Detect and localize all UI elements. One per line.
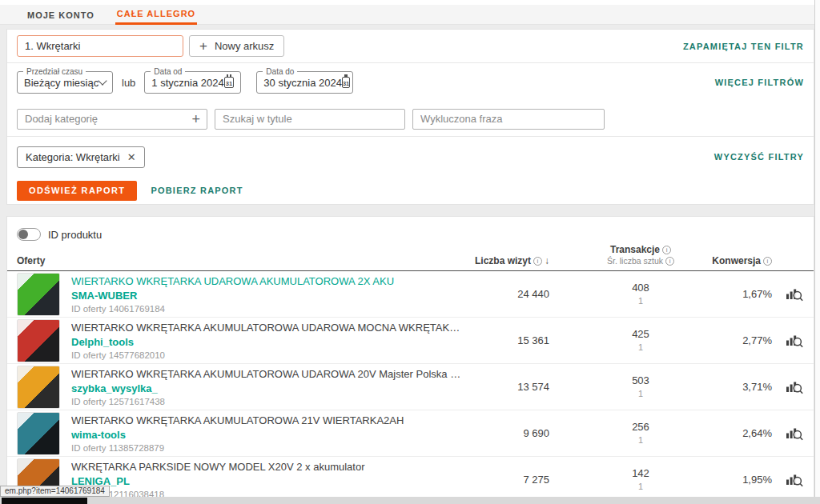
table-row: WIERTARKO WKRĘTARKA AKUMULATOROWA UDAROW… xyxy=(7,318,814,364)
calendar-icon[interactable]: 31 xyxy=(224,77,235,88)
add-category-plus-icon[interactable]: + xyxy=(191,111,200,128)
seller-link[interactable]: wima-tools xyxy=(71,429,404,441)
date-to-label: Data do xyxy=(263,67,297,76)
column-header-transactions: Transakcje Śr. liczba sztuk xyxy=(597,244,684,266)
date-to-field[interactable]: Data do 30 stycznia 2024 31 xyxy=(256,71,353,94)
visits-value: 7 275 xyxy=(461,474,549,486)
sheet-row: + Nowy arkusz ZAPAMIĘTAJ TEN FILTR xyxy=(7,30,814,63)
transactions-value: 503 xyxy=(597,374,684,388)
stats-magnifier-icon[interactable] xyxy=(772,286,804,302)
new-sheet-button[interactable]: + Nowy arkusz xyxy=(189,35,284,57)
or-label: lub xyxy=(122,77,135,89)
refresh-report-button[interactable]: ODŚWIEŻ RAPORT xyxy=(17,181,137,201)
excluded-phrase-input[interactable] xyxy=(412,109,605,130)
offer-title[interactable]: WIERTARKO WKRĘTARKA AKUMULATOROWA UDAROW… xyxy=(71,368,461,380)
tab-list: MOJE KONTO CAŁE ALLEGRO xyxy=(26,5,197,25)
offer-id: ID oferty 14061769184 xyxy=(71,304,394,314)
column-header-avg-units: Śr. liczba sztuk xyxy=(597,256,684,266)
offer-id: ID oferty 11385728879 xyxy=(71,443,404,453)
offer-id: ID oferty 14577682010 xyxy=(71,350,461,360)
time-range-select[interactable]: Przedział czasu Bieżący miesiąc xyxy=(17,71,113,94)
offers-table-body: WIERTARKO WKRĘTARKA UDAROWA AKUMULATOROW… xyxy=(7,271,814,503)
product-id-toggle-label: ID produktu xyxy=(48,229,102,241)
stats-magnifier-icon[interactable] xyxy=(772,425,804,442)
seller-link[interactable]: szybka_wysylka_ xyxy=(71,382,461,394)
offer-title[interactable]: WKRĘTARKA PARKSIDE NOWY MODEL X20V 2 x a… xyxy=(71,461,365,473)
date-to-value: 30 stycznia 2024 xyxy=(263,77,342,89)
save-filter-link[interactable]: ZAPAMIĘTAJ TEN FILTR xyxy=(683,42,804,51)
more-filters-link[interactable]: WIĘCEJ FILTRÓW xyxy=(715,78,804,87)
sort-descending-icon[interactable]: ↓ xyxy=(545,255,549,266)
column-header-offers: Oferty xyxy=(17,255,461,266)
info-icon[interactable] xyxy=(763,257,772,266)
table-header: Oferty Liczba wizyt↓ Transakcje Śr. licz… xyxy=(7,244,814,271)
product-id-toggle-row: ID produktu xyxy=(7,217,814,244)
offer-cell: WIERTARKO WKRĘTARKA UDAROWA AKUMULATOROW… xyxy=(17,273,461,316)
visits-value: 15 361 xyxy=(461,334,549,346)
seller-link[interactable]: LENIGA_PL xyxy=(71,475,365,487)
info-icon[interactable] xyxy=(662,246,671,254)
conversion-value: 1,67% xyxy=(684,288,772,300)
close-icon[interactable]: ✕ xyxy=(127,151,136,163)
seller-link[interactable]: Delphi_tools xyxy=(71,336,461,348)
avg-units-value: 1 xyxy=(597,295,684,307)
date-from-field[interactable]: Data od 1 stycznia 2024 31 xyxy=(144,71,241,94)
scrollbar-gutter[interactable] xyxy=(814,0,820,504)
info-icon[interactable] xyxy=(665,257,674,266)
category-input[interactable] xyxy=(17,109,207,130)
avg-units-value: 1 xyxy=(597,342,684,354)
page: MOJE KONTO CAŁE ALLEGRO + Nowy arkusz ZA… xyxy=(0,0,820,504)
transactions-value: 408 xyxy=(597,281,684,295)
product-id-toggle[interactable] xyxy=(17,228,41,241)
calendar-icon[interactable]: 31 xyxy=(342,77,350,88)
chip-label: Kategoria: Wkrętarki xyxy=(26,151,120,163)
offer-title[interactable]: WIERTARKO WKRĘTARKA AKUMULATOROWA UDAROW… xyxy=(71,322,461,334)
clear-filters-link[interactable]: WYCZYŚĆ FILTRY xyxy=(714,152,804,162)
avg-units-value: 1 xyxy=(597,481,684,493)
time-range-value: Bieżący miesiąc xyxy=(24,77,98,89)
toggle-knob xyxy=(18,230,28,239)
tab-moje-konto[interactable]: MOJE KONTO xyxy=(26,5,96,25)
transactions-value: 256 xyxy=(597,420,684,434)
category-filter-chip[interactable]: Kategoria: Wkrętarki ✕ xyxy=(17,146,145,168)
stats-magnifier-icon[interactable] xyxy=(772,378,804,395)
download-report-link[interactable]: POBIERZ RAPORT xyxy=(151,186,243,195)
offer-cell: WIERTARKO WKRĘTARKA AKUMULATOROWA UDAROW… xyxy=(17,319,461,362)
tab-cale-allegro[interactable]: CAŁE ALLEGRO xyxy=(115,5,197,25)
transactions-cell: 142 1 xyxy=(597,466,684,492)
table-row: WIERTARKO WKRĘTARKA AKUMULATOROWA 21V WI… xyxy=(7,410,814,457)
seller-link[interactable]: SMA-WUBER xyxy=(71,290,394,302)
plus-icon: + xyxy=(199,39,207,53)
product-image[interactable] xyxy=(17,366,60,409)
date-from-label: Data od xyxy=(151,67,185,76)
transactions-cell: 256 1 xyxy=(597,420,684,446)
time-range-label: Przedział czasu xyxy=(23,67,86,76)
offer-id: ID oferty 12571617438 xyxy=(71,397,461,406)
bottom-strip xyxy=(0,497,820,504)
product-image[interactable] xyxy=(17,273,60,316)
new-sheet-label: Nowy arkusz xyxy=(215,40,274,52)
bottom-black-bar xyxy=(2,498,87,504)
actions-row: ODŚWIEŻ RAPORT POBIERZ RAPORT xyxy=(7,172,814,209)
visits-value: 9 690 xyxy=(461,427,549,439)
conversion-value: 1,95% xyxy=(684,474,772,486)
visits-value: 24 440 xyxy=(461,288,549,300)
product-image[interactable] xyxy=(17,319,60,362)
active-filters-row: Kategoria: Wkrętarki ✕ WYCZYŚĆ FILTRY xyxy=(7,137,814,172)
info-icon[interactable] xyxy=(533,257,542,266)
column-header-visits[interactable]: Liczba wizyt↓ xyxy=(461,255,549,266)
stats-magnifier-icon[interactable] xyxy=(772,471,804,488)
date-filter-row: Przedział czasu Bieżący miesiąc lub Data… xyxy=(7,63,814,102)
offer-title[interactable]: WIERTARKO WKRĘTARKA UDAROWA AKUMULATOROW… xyxy=(71,275,394,287)
title-search-input[interactable] xyxy=(215,109,405,130)
stats-magnifier-icon[interactable] xyxy=(772,332,804,349)
table-row: WIERTARKO WKRĘTARKA AKUMULATOROWA UDAROW… xyxy=(7,364,814,410)
offer-title[interactable]: WIERTARKO WKRĘTARKA AKUMULATOROWA 21V WI… xyxy=(71,414,404,426)
product-image[interactable] xyxy=(17,412,60,455)
conversion-value: 3,71% xyxy=(684,381,772,393)
date-from-value: 1 stycznia 2024 xyxy=(151,77,223,89)
report-card: ID produktu Oferty Liczba wizyt↓ Transak… xyxy=(6,216,814,504)
column-header-conversion: Konwersja xyxy=(684,255,772,266)
sheet-name-input[interactable] xyxy=(17,35,183,57)
avg-units-value: 1 xyxy=(597,434,684,446)
